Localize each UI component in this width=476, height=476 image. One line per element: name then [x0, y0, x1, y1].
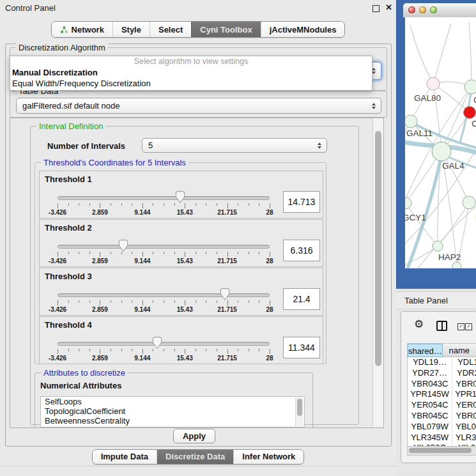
columns-icon[interactable]	[436, 321, 447, 331]
table-horizontal-scrollbar[interactable]	[407, 446, 476, 456]
table-cell[interactable]: YBR045C	[452, 411, 476, 422]
table-cell[interactable]: YLR345W	[408, 433, 452, 443]
slider-tick-label: 15.43	[177, 306, 193, 313]
slider-track[interactable]	[58, 293, 270, 297]
tab-jactivemnodules[interactable]: jActiveMNodules	[261, 22, 345, 37]
column-header-name[interactable]: name	[443, 344, 476, 357]
node-label-ga: GA	[473, 95, 476, 105]
attribute-list-item[interactable]: SelfLoops	[41, 397, 304, 406]
network-canvas[interactable]: GAL80GACGAL11GAL4GCY1HAHAP2	[405, 17, 476, 268]
apply-button[interactable]: Apply	[173, 429, 215, 443]
table-cell[interactable]: YBL079W	[408, 422, 452, 433]
table-row[interactable]: YDL19…YDL19…	[408, 357, 476, 368]
threshold-coordinates-group: Threshold's Coordinates for 5 Intervals …	[35, 162, 326, 364]
attribute-items: SelfLoopsTopologicalCoefficientBetweenne…	[41, 397, 304, 426]
table-cell[interactable]: YER054C	[408, 400, 452, 411]
threshold-value-field[interactable]	[283, 288, 320, 310]
table-cell[interactable]: YPR145W	[452, 389, 476, 400]
close-traffic-light[interactable]	[408, 6, 415, 13]
tab-infer-network[interactable]: Infer Network	[233, 450, 303, 464]
slider-thumb[interactable]	[220, 288, 230, 303]
slider-thumb[interactable]	[153, 337, 162, 351]
slider-track[interactable]	[58, 342, 270, 346]
table-row[interactable]: YER054CYER054C	[408, 400, 476, 411]
node-gal4[interactable]	[432, 142, 451, 161]
column-header-shared[interactable]: shared…	[408, 344, 443, 357]
slider-track[interactable]	[58, 245, 270, 249]
checkbox-icon[interactable]: ✓	[465, 323, 472, 330]
attribute-list-scrollbar[interactable]	[295, 397, 303, 426]
threshold-slider[interactable]: -3.4262.8599.14415.4321.71528	[58, 268, 270, 315]
tab-select[interactable]: Select	[150, 22, 191, 37]
threshold-value-field[interactable]	[283, 240, 320, 261]
attribute-list-item[interactable]: TopologicalCoefficient	[41, 406, 304, 416]
node-hap2[interactable]	[433, 241, 443, 251]
tab-discretize-data[interactable]: Discretize Data	[157, 450, 233, 464]
table-cell[interactable]: YER054C	[452, 400, 476, 411]
number-of-intervals-combobox[interactable]: 5	[142, 138, 327, 153]
threshold-slider[interactable]: -3.4262.8599.14415.4321.71528	[58, 317, 270, 364]
attribute-list-item[interactable]: BetweennessCentrality	[41, 416, 304, 426]
minimize-traffic-light[interactable]	[419, 6, 426, 13]
table-cell[interactable]: YBR043C	[408, 379, 452, 390]
network-edge[interactable]	[469, 22, 472, 87]
slider-tick	[79, 349, 79, 351]
slider-track[interactable]	[58, 196, 270, 200]
table-cell[interactable]: YBR043C	[452, 379, 476, 390]
numerical-attributes-list[interactable]: SelfLoopsTopologicalCoefficientBetweenne…	[40, 396, 305, 427]
table-cell[interactable]: YBL079W	[452, 422, 476, 433]
gear-icon[interactable]: ⚙	[414, 319, 424, 330]
node-label-hap2: HAP2	[438, 252, 461, 262]
table-row[interactable]: YBL079WYBL079W	[408, 422, 476, 433]
tab-impute-data[interactable]: Impute Data	[93, 450, 157, 464]
slider-tick-label: 2.859	[92, 257, 108, 265]
slider-tick	[89, 203, 90, 206]
node-gal80[interactable]	[427, 77, 440, 90]
tab-cyni-toolbox[interactable]: Cyni Toolbox	[191, 22, 260, 37]
node-selected-red[interactable]	[464, 107, 476, 119]
table-cell[interactable]: YDL19…	[408, 357, 452, 368]
scrollbar-thumb[interactable]	[409, 448, 472, 453]
table-cell[interactable]: YPR145W	[408, 389, 452, 400]
tab-label: Style	[121, 25, 141, 35]
table-row[interactable]: YDR27…YDR27…	[408, 368, 476, 379]
table-row[interactable]: YPR145WYPR145W	[408, 389, 476, 400]
network-edge[interactable]	[410, 25, 433, 84]
table-cell[interactable]: YDR27…	[408, 368, 452, 379]
node-gal11[interactable]	[405, 115, 417, 128]
table-row[interactable]: YLR345WYLR345W	[408, 433, 476, 443]
threshold-value-field[interactable]	[283, 337, 320, 358]
table-cell[interactable]: YBR045C	[408, 411, 452, 422]
scrollbar-thumb[interactable]	[297, 399, 302, 416]
node-right-h[interactable]	[463, 196, 475, 209]
network-edge[interactable]	[433, 24, 451, 84]
settings-vertical-scrollbar[interactable]	[372, 118, 383, 427]
dropdown-option-manual-discretization[interactable]: Manual Discretization	[10, 67, 372, 78]
tab-style[interactable]: Style	[112, 22, 150, 37]
slider-thumb[interactable]	[118, 240, 128, 254]
checkbox-icon[interactable]: ✓	[457, 323, 464, 330]
threshold-slider[interactable]: -3.4262.8599.14415.4321.71528	[58, 220, 270, 266]
float-window-icon[interactable]	[372, 5, 380, 12]
node-gcy1[interactable]	[405, 197, 411, 209]
tab-label: Select	[158, 25, 183, 35]
dropdown-option-equal-width-frequency-discretization[interactable]: Equal Width/Frequency Discretization	[10, 78, 372, 89]
table-cell[interactable]: YLR345W	[452, 433, 476, 443]
slider-tick	[100, 203, 100, 208]
table-row[interactable]: YBR043CYBR043C	[408, 379, 476, 390]
scrollbar-thumb[interactable]	[375, 131, 381, 366]
table-cell[interactable]: YDR27…	[452, 368, 476, 379]
close-icon[interactable]: ✕	[385, 3, 392, 12]
slider-tick	[142, 349, 143, 354]
threshold-value-field[interactable]	[283, 191, 320, 213]
table-row[interactable]: YBR045CYBR045C	[408, 411, 476, 422]
table-data-combobox[interactable]: galFiltered.sif default node	[16, 98, 381, 114]
slider-thumb[interactable]	[175, 191, 185, 206]
threshold-slider[interactable]: -3.4262.8599.14415.4321.71528	[58, 171, 270, 218]
network-graph[interactable]: GAL80GACGAL11GAL4GCY1HAHAP2	[405, 17, 476, 268]
node-bottom[interactable]	[452, 262, 461, 268]
node-upper-right[interactable]	[464, 80, 476, 94]
zoom-traffic-light[interactable]	[430, 6, 437, 13]
tab-network[interactable]: Network	[52, 22, 112, 37]
table-cell[interactable]: YDL19…	[452, 357, 476, 368]
